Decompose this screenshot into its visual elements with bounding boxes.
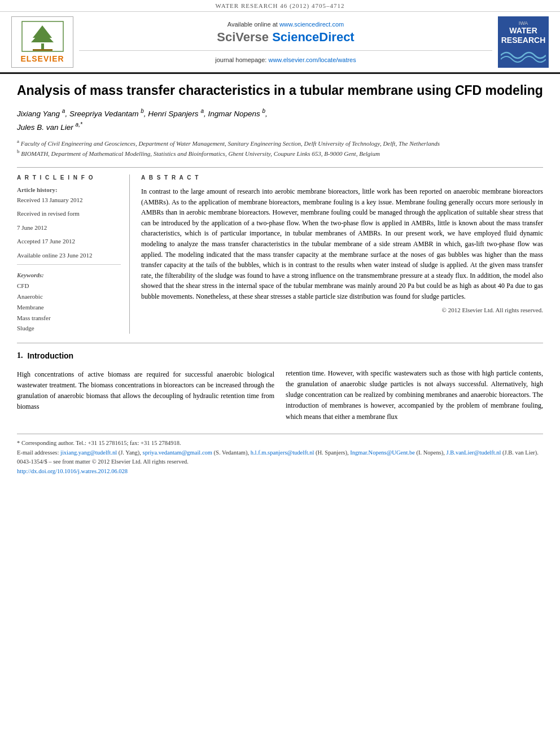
article-body: Analysis of mass transfer characteristic…: [0, 74, 560, 488]
journal-homepage-url: www.elsevier.com/locate/watres: [268, 56, 356, 63]
doi-link: http://dx.doi.org/10.1016/j.watres.2012.…: [17, 467, 543, 477]
sciencedirect-label: ScienceDirect: [272, 30, 355, 44]
elsevier-logo: ELSEVIER: [11, 16, 73, 68]
doi-url: http://dx.doi.org/10.1016/j.watres.2012.…: [17, 468, 128, 474]
email-spriya: spriya.vedantam@gmail.com: [143, 449, 212, 456]
intro-section-number: 1.: [17, 351, 23, 365]
available-online-date: Available online 23 June 2012: [17, 251, 121, 260]
journal-info-bar: WATER RESEARCH 46 (2012) 4705–4712: [0, 0, 560, 12]
intro-right-col: retention time. However, with specific w…: [286, 351, 543, 422]
water-research-logo: IWA WATERRESEARCH: [498, 16, 549, 68]
email-jixiang: jixiang.yang@tudelft.nl: [60, 449, 117, 456]
intro-section-heading: Introduction: [28, 351, 74, 360]
svg-rect-3: [33, 49, 53, 51]
sciverse-label: SciVerse: [217, 30, 272, 44]
journal-header: ELSEVIER Available online at www.science…: [0, 12, 560, 74]
elsevier-tree-icon: [21, 21, 64, 52]
email-addresses: E-mail addresses: jixiang.yang@tudelft.n…: [17, 448, 543, 458]
elsevier-brand-label: ELSEVIER: [20, 54, 64, 63]
author-jixiang: Jixiang Yang: [17, 110, 60, 118]
history-label: Article history:: [17, 186, 121, 193]
iwa-label: IWA: [519, 20, 528, 26]
affiliations: a Faculty of Civil Engineering and Geosc…: [17, 138, 543, 158]
article-info-heading: A R T I C L E I N F O: [17, 174, 121, 181]
sciencedirect-brand: SciVerse ScienceDirect: [217, 30, 354, 45]
keywords-label: Keywords:: [17, 272, 121, 278]
received-date: Received 13 January 2012: [17, 195, 121, 205]
keyword-membrane: Membrane: [17, 302, 121, 313]
journal-center-content: Available online at www.sciencedirect.co…: [79, 16, 492, 68]
issn-notice: 0043-1354/$ – see front matter © 2012 El…: [17, 457, 543, 467]
intro-two-col: 1. Introduction High concentrations of a…: [17, 351, 543, 422]
info-abstract-section: A R T I C L E I N F O Article history: R…: [17, 167, 543, 334]
intro-heading-row: 1. Introduction: [17, 351, 274, 365]
footer-section: * Corresponding author. Tel.: +31 15 278…: [17, 434, 543, 477]
copyright-notice: © 2012 Elsevier Ltd. All rights reserved…: [141, 307, 543, 313]
author-sreepriya: Sreepriya Vedantam: [69, 110, 139, 118]
keyword-anaerobic: Anaerobic: [17, 291, 121, 302]
author-jules: Jules B. van Lier: [17, 123, 73, 131]
received-revised-date: 7 June 2012: [17, 223, 121, 233]
authors-line: Jixiang Yang a, Sreepriya Vedantam b, He…: [17, 107, 543, 133]
author-henri: Henri Spanjers: [148, 110, 198, 118]
abstract-column: A B S T R A C T In contrast to the large…: [141, 174, 543, 334]
corresponding-author: * Corresponding author. Tel.: +31 15 278…: [17, 439, 543, 448]
article-info-column: A R T I C L E I N F O Article history: R…: [17, 174, 130, 334]
keyword-mass-transfer: Mass transfer: [17, 313, 121, 324]
available-online-text: Available online at www.sciencedirect.co…: [228, 21, 344, 28]
journal-homepage-text: journal homepage: www.elsevier.com/locat…: [215, 56, 356, 63]
author-ingmar: Ingmar Nopens: [208, 110, 260, 118]
email-vanlier: J.B.vanLier@tudelft.nl: [447, 449, 501, 456]
water-waves-icon: [501, 47, 546, 64]
intro-left-text: High concentrations of active biomass ar…: [17, 369, 274, 413]
introduction-section: 1. Introduction High concentrations of a…: [17, 343, 543, 422]
abstract-text: In contrast to the large amount of resea…: [141, 186, 543, 302]
sciencedirect-url: www.sciencedirect.com: [279, 21, 344, 28]
article-title: Analysis of mass transfer characteristic…: [17, 82, 543, 99]
water-research-title: WATERRESEARCH: [501, 26, 546, 45]
abstract-heading: A B S T R A C T: [141, 174, 543, 181]
keyword-sludge: Sludge: [17, 323, 121, 334]
accepted-date: Accepted 17 June 2012: [17, 237, 121, 246]
intro-right-text: retention time. However, with specific w…: [286, 368, 543, 422]
email-nopens: Ingmar.Nopens@UGent.be: [350, 449, 415, 456]
intro-left-col: 1. Introduction High concentrations of a…: [17, 351, 274, 422]
received-revised-label: Received in revised form: [17, 209, 121, 219]
email-spanjers: h.l.f.m.spanjers@tudelft.nl: [251, 449, 314, 456]
keyword-cfd: CFD: [17, 281, 121, 291]
journal-citation: WATER RESEARCH 46 (2012) 4705–4712: [216, 2, 345, 9]
